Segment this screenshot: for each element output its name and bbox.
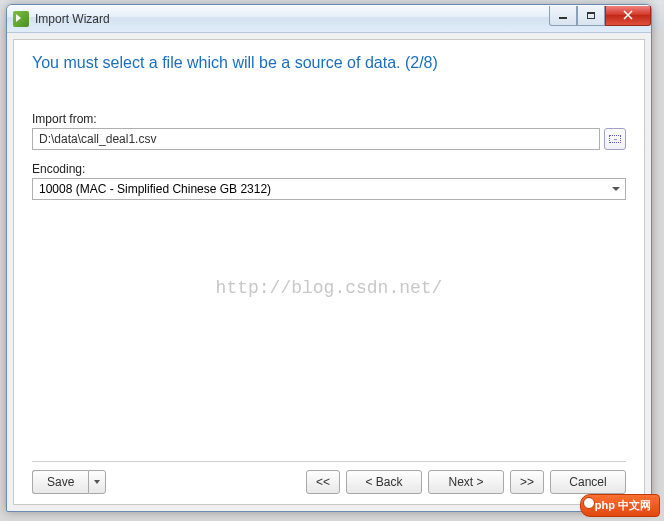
encoding-label: Encoding: bbox=[32, 162, 626, 176]
close-button[interactable] bbox=[605, 6, 651, 26]
maximize-button[interactable] bbox=[577, 6, 605, 26]
save-button[interactable]: Save bbox=[32, 470, 88, 494]
ellipsis-icon: ··· bbox=[609, 135, 621, 143]
back-button[interactable]: < Back bbox=[346, 470, 422, 494]
close-icon bbox=[623, 10, 633, 20]
import-from-input[interactable] bbox=[32, 128, 600, 150]
first-button[interactable]: << bbox=[306, 470, 340, 494]
watermark-text: http://blog.csdn.net/ bbox=[14, 278, 644, 298]
wizard-footer: Save << < Back Next > >> Cancel bbox=[32, 461, 626, 494]
encoding-select[interactable] bbox=[32, 178, 626, 200]
browse-button[interactable]: ··· bbox=[604, 128, 626, 150]
last-button[interactable]: >> bbox=[510, 470, 544, 494]
save-dropdown-button[interactable] bbox=[88, 470, 106, 494]
titlebar[interactable]: Import Wizard bbox=[7, 5, 651, 33]
step-heading: You must select a file which will be a s… bbox=[32, 54, 626, 72]
import-wizard-window: Import Wizard You must select a file whi… bbox=[6, 4, 652, 512]
wizard-content: You must select a file which will be a s… bbox=[13, 39, 645, 505]
app-icon bbox=[13, 11, 29, 27]
cancel-button[interactable]: Cancel bbox=[550, 470, 626, 494]
import-from-label: Import from: bbox=[32, 112, 626, 126]
next-button[interactable]: Next > bbox=[428, 470, 504, 494]
chevron-down-icon bbox=[94, 480, 100, 484]
site-badge: php 中文网 bbox=[580, 494, 660, 517]
window-title: Import Wizard bbox=[35, 12, 549, 26]
minimize-button[interactable] bbox=[549, 6, 577, 26]
